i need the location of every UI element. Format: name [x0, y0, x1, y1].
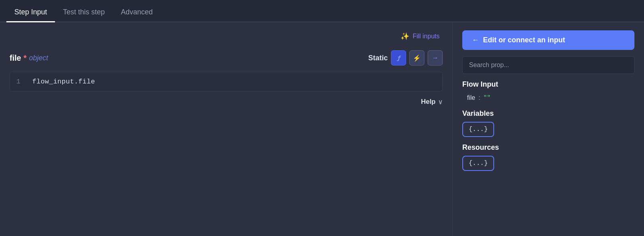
variables-header: Variables — [462, 109, 634, 118]
connect-input-button[interactable]: ⚡ — [409, 50, 424, 65]
left-panel: ✨ Fill inputs file * object Static ƒ — [0, 22, 453, 236]
main-content: ✨ Fill inputs file * object Static ƒ — [0, 22, 644, 236]
navigate-button[interactable]: → — [428, 50, 443, 65]
variables-badge[interactable]: {...} — [462, 122, 494, 137]
flow-item-name: file — [467, 94, 475, 101]
function-icon: ƒ — [397, 55, 400, 61]
tab-step-input[interactable]: Step Input — [6, 3, 55, 22]
app-container: Step Input Test this step Advanced ✨ Fil… — [0, 0, 644, 236]
tabs-bar: Step Input Test this step Advanced — [0, 0, 644, 22]
function-mode-button[interactable]: ƒ — [391, 50, 406, 65]
resources-section: Resources {...} — [462, 143, 634, 171]
fill-inputs-button[interactable]: ✨ Fill inputs — [397, 30, 443, 42]
static-mode-label: Static — [368, 54, 388, 62]
help-row: Help ∨ — [10, 98, 443, 106]
help-button[interactable]: Help ∨ — [421, 98, 443, 106]
code-editor[interactable]: 1 flow_input.file — [10, 72, 443, 91]
field-required-marker: * — [24, 54, 27, 63]
plug-icon: ⚡ — [413, 54, 421, 62]
flow-input-section: Flow Input file : "" — [462, 80, 634, 103]
tab-test-step[interactable]: Test this step — [55, 3, 113, 22]
flow-item-colon: : — [478, 94, 480, 101]
wand-icon: ✨ — [401, 32, 409, 41]
field-controls: Static ƒ ⚡ → — [368, 50, 443, 65]
tab-advanced[interactable]: Advanced — [113, 3, 161, 22]
variables-section: Variables {...} — [462, 109, 634, 137]
search-prop-input[interactable] — [462, 56, 634, 74]
flow-item[interactable]: file : "" — [462, 93, 634, 103]
arrow-left-icon: ← — [472, 36, 479, 44]
arrow-right-icon: → — [432, 54, 438, 61]
help-label: Help — [421, 98, 436, 106]
flow-input-header: Flow Input — [462, 80, 634, 89]
edit-connect-button[interactable]: ← Edit or connect an input — [462, 30, 634, 50]
right-panel: ← Edit or connect an input Flow Input fi… — [453, 22, 644, 236]
code-value: flow_input.file — [32, 78, 95, 85]
connect-button-label: Edit or connect an input — [483, 36, 565, 44]
resources-badge[interactable]: {...} — [462, 156, 494, 171]
flow-item-value: "" — [483, 95, 491, 101]
field-type: object — [29, 54, 48, 62]
line-number: 1 — [16, 78, 24, 85]
field-row: file * object Static ƒ ⚡ → — [10, 50, 443, 65]
resources-header: Resources — [462, 143, 634, 152]
field-name: file — [10, 54, 21, 63]
fill-inputs-bar: ✨ Fill inputs — [10, 30, 443, 42]
field-label: file * object — [10, 54, 89, 63]
fill-inputs-label: Fill inputs — [412, 33, 440, 40]
chevron-down-icon: ∨ — [438, 98, 443, 106]
